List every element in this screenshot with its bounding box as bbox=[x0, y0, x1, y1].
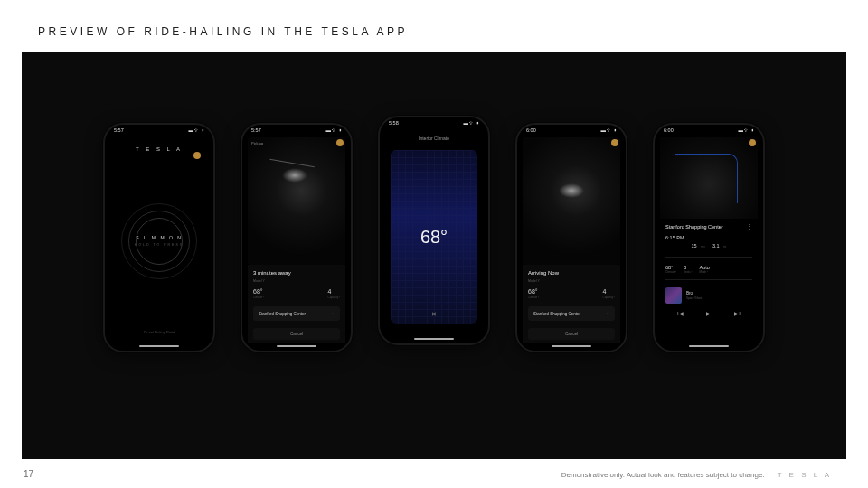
ride-card: 3 minutes away Model Y 68° Climate › 4 C… bbox=[248, 265, 345, 343]
destination-text: Stanford Shopping Center bbox=[259, 312, 306, 316]
summon-button[interactable]: S U M M O N HOLD TO PRESS bbox=[128, 211, 190, 272]
status-indicators: ▬ ᯤ ▮ bbox=[326, 127, 342, 133]
prev-track-icon[interactable]: I◀ bbox=[677, 310, 684, 316]
status-time: 6:00 bbox=[664, 127, 674, 133]
seats-label: Capacity › bbox=[327, 296, 340, 299]
now-playing[interactable]: Bro Space Ghost bbox=[665, 287, 752, 304]
climate-control[interactable]: 68° Climate › bbox=[253, 288, 264, 299]
destination-row[interactable]: Stanford Shopping Center → bbox=[528, 306, 615, 321]
divider bbox=[665, 257, 752, 258]
status-time: 5:57 bbox=[114, 127, 124, 133]
phone-climate: 5:58 ▬ ᯤ ▮ Interior Climate 68° ✕ bbox=[378, 116, 490, 345]
home-indicator[interactable] bbox=[414, 338, 454, 340]
phone-summon: 5:57 ▬ ᯤ ▮ T E S L A S U M M O N HOLD TO… bbox=[103, 123, 215, 352]
map-view[interactable] bbox=[523, 137, 620, 265]
eta-value: 6:15 PM bbox=[665, 235, 684, 240]
seats-value: 4 bbox=[327, 288, 340, 295]
cancel-button[interactable]: Cancel bbox=[528, 328, 615, 340]
arrow-right-icon: → bbox=[329, 311, 335, 316]
album-art bbox=[665, 287, 682, 304]
distance-value: 3.1 bbox=[712, 243, 720, 249]
home-indicator[interactable] bbox=[277, 345, 316, 347]
summon-sublabel: HOLD TO PRESS bbox=[135, 242, 184, 248]
phone-inride: 6:00 ▬ ᯤ ▮ Stanford Shopping Center ⋮ 6:… bbox=[653, 123, 765, 352]
destination-text: Stanford Shopping Center bbox=[533, 312, 580, 316]
ride-card: Arriving Now Model Y 68° Climate › 4 Cap… bbox=[523, 265, 620, 343]
destination-row[interactable]: Stanford Shopping Center → bbox=[253, 306, 340, 321]
status-time: 5:58 bbox=[389, 120, 399, 126]
profile-avatar[interactable] bbox=[611, 139, 618, 146]
summon-label: S U M M O N bbox=[135, 234, 184, 242]
status-time: 6:00 bbox=[526, 127, 536, 133]
duration-unit: min bbox=[701, 245, 705, 249]
eta-stat: 6:15 PM bbox=[665, 235, 684, 251]
screen: Stanford Shopping Center ⋮ 6:15 PM 15 mi… bbox=[660, 137, 758, 343]
climate-title: Interior Climate bbox=[385, 136, 483, 141]
map-view[interactable]: Pick up bbox=[248, 137, 345, 265]
vehicle-marker bbox=[282, 168, 307, 183]
cancel-button[interactable]: Cancel bbox=[253, 328, 340, 340]
mode-control[interactable]: Auto Mode › bbox=[700, 265, 710, 274]
route-line bbox=[269, 159, 315, 169]
next-track-icon[interactable]: ▶I bbox=[734, 310, 741, 316]
mode-label: Mode › bbox=[700, 270, 710, 274]
temp-label: Climate › bbox=[665, 270, 676, 274]
temperature-value: 68° bbox=[420, 227, 448, 248]
music-controls: I◀ ▶ ▶I bbox=[665, 310, 752, 316]
phone-notch bbox=[275, 127, 318, 137]
temp-value: 68° bbox=[528, 288, 539, 295]
distance-stat: 3.1 mi bbox=[712, 235, 726, 251]
phone-notch bbox=[412, 119, 456, 130]
map-view[interactable] bbox=[660, 137, 758, 219]
screen: T E S L A S U M M O N HOLD TO PRESS Or s… bbox=[110, 137, 208, 343]
eta-title: Arriving Now bbox=[528, 270, 615, 276]
phone-notch bbox=[550, 127, 593, 137]
vehicle-marker bbox=[559, 183, 584, 198]
temp-label: Climate › bbox=[253, 296, 264, 299]
home-indicator[interactable] bbox=[139, 345, 179, 347]
climate-control[interactable]: 68° Climate › bbox=[528, 288, 539, 299]
status-indicators: ▬ ᯤ ▮ bbox=[600, 127, 617, 133]
page-number: 17 bbox=[24, 469, 33, 479]
screen: Arriving Now Model Y 68° Climate › 4 Cap… bbox=[523, 137, 620, 343]
climate-panel[interactable]: 68° ✕ bbox=[391, 150, 477, 324]
route-line bbox=[675, 154, 738, 203]
capacity-control[interactable]: 4 Capacity › bbox=[602, 288, 615, 299]
climate-control[interactable]: 68° Climate › bbox=[665, 265, 676, 274]
more-menu-icon[interactable]: ⋮ bbox=[746, 223, 752, 230]
footer-logo: T E S L A bbox=[778, 471, 832, 479]
profile-avatar[interactable] bbox=[749, 139, 756, 146]
seats-control[interactable]: 3 Seats › bbox=[684, 265, 693, 274]
phone-arriving: 6:00 ▬ ᯤ ▮ Arriving Now Model Y 68° Clim… bbox=[515, 123, 627, 352]
arrow-right-icon: → bbox=[604, 311, 609, 316]
footer-disclaimer: Demonstrative only. Actual look and feat… bbox=[561, 471, 765, 479]
status-indicators: ▬ ᯤ ▮ bbox=[738, 127, 754, 133]
footer: Demonstrative only. Actual look and feat… bbox=[561, 471, 832, 479]
divider bbox=[665, 279, 752, 280]
phone-notch bbox=[687, 127, 731, 137]
seats-label: Seats › bbox=[684, 270, 693, 274]
destination-text: Stanford Shopping Center bbox=[665, 224, 723, 230]
track-artist: Space Ghost bbox=[686, 296, 702, 300]
slide-title: PREVIEW OF RIDE-HAILING IN THE TESLA APP bbox=[38, 25, 408, 38]
seats-value: 4 bbox=[602, 288, 615, 295]
play-pause-icon[interactable]: ▶ bbox=[706, 310, 711, 316]
status-indicators: ▬ ᯤ ▮ bbox=[463, 120, 479, 126]
temp-value: 68° bbox=[253, 288, 264, 295]
home-indicator[interactable] bbox=[689, 345, 729, 347]
profile-avatar[interactable] bbox=[336, 139, 344, 146]
capacity-control[interactable]: 4 Capacity › bbox=[327, 288, 340, 299]
status-indicators: ▬ ᯤ ▮ bbox=[188, 127, 204, 133]
pickup-point-link[interactable]: Or set Pickup Point bbox=[110, 330, 208, 334]
eta-title: 3 minutes away bbox=[253, 270, 340, 276]
screen: Pick up 3 minutes away Model Y 68° Clima… bbox=[248, 137, 345, 343]
screen: Interior Climate 68° ✕ bbox=[385, 130, 483, 336]
home-indicator[interactable] bbox=[552, 345, 591, 347]
close-icon[interactable]: ✕ bbox=[431, 311, 437, 318]
ride-card: Stanford Shopping Center ⋮ 6:15 PM 15 mi… bbox=[660, 219, 758, 318]
duration-stat: 15 min bbox=[691, 235, 704, 251]
duration-value: 15 bbox=[691, 243, 696, 249]
phone-enroute: 5:57 ▬ ᯤ ▮ Pick up 3 minutes away Model … bbox=[241, 123, 353, 352]
summon-ring-area: S U M M O N HOLD TO PRESS bbox=[110, 152, 208, 330]
pickup-label: Pick up bbox=[251, 141, 263, 145]
